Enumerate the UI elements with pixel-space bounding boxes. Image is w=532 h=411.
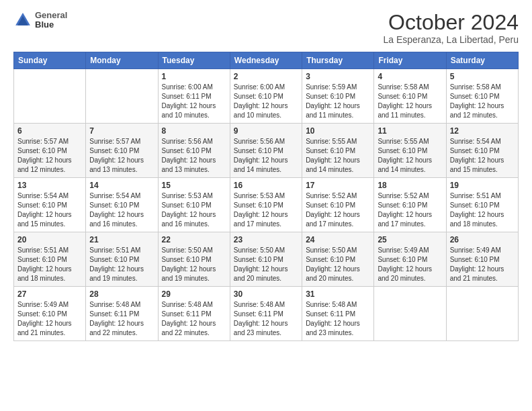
- header: General Blue October 2024 La Esperanza, …: [13, 11, 519, 45]
- calendar-cell: 25Sunrise: 5:49 AMSunset: 6:10 PMDayligh…: [374, 232, 446, 287]
- day-info: Sunrise: 5:48 AMSunset: 6:11 PMDaylight:…: [306, 300, 370, 338]
- day-header-wednesday: Wednesday: [230, 52, 302, 69]
- logo-text: General Blue: [35, 11, 67, 30]
- day-info: Sunrise: 5:54 AMSunset: 6:10 PMDaylight:…: [17, 191, 82, 229]
- day-info: Sunrise: 5:55 AMSunset: 6:10 PMDaylight:…: [378, 137, 442, 175]
- calendar-cell: 5Sunrise: 5:58 AMSunset: 6:10 PMDaylight…: [446, 69, 518, 124]
- day-header-thursday: Thursday: [302, 52, 374, 69]
- day-info: Sunrise: 5:50 AMSunset: 6:10 PMDaylight:…: [306, 246, 370, 283]
- calendar-cell: [446, 287, 518, 341]
- day-info: Sunrise: 6:00 AMSunset: 6:10 PMDaylight:…: [234, 83, 298, 120]
- day-info: Sunrise: 5:55 AMSunset: 6:10 PMDaylight:…: [306, 137, 370, 175]
- day-info: Sunrise: 5:49 AMSunset: 6:10 PMDaylight:…: [450, 246, 515, 283]
- day-info: Sunrise: 5:53 AMSunset: 6:10 PMDaylight:…: [234, 191, 298, 229]
- day-info: Sunrise: 5:52 AMSunset: 6:10 PMDaylight:…: [378, 191, 442, 229]
- day-number: 27: [17, 289, 82, 299]
- logo-line2: Blue: [35, 20, 67, 30]
- calendar-week-2: 6Sunrise: 5:57 AMSunset: 6:10 PMDaylight…: [14, 124, 519, 178]
- day-info: Sunrise: 5:48 AMSunset: 6:11 PMDaylight:…: [234, 300, 298, 338]
- day-number: 15: [162, 181, 226, 190]
- day-info: Sunrise: 5:48 AMSunset: 6:11 PMDaylight:…: [162, 300, 226, 338]
- calendar-cell: 2Sunrise: 6:00 AMSunset: 6:10 PMDaylight…: [230, 69, 302, 124]
- calendar-cell: [86, 69, 158, 124]
- day-info: Sunrise: 5:57 AMSunset: 6:10 PMDaylight:…: [17, 137, 82, 175]
- logo-line1: General: [35, 11, 67, 20]
- calendar-cell: 17Sunrise: 5:52 AMSunset: 6:10 PMDayligh…: [302, 178, 374, 232]
- calendar-cell: 15Sunrise: 5:53 AMSunset: 6:10 PMDayligh…: [158, 178, 230, 232]
- calendar-cell: 27Sunrise: 5:49 AMSunset: 6:10 PMDayligh…: [14, 287, 86, 341]
- calendar-cell: 21Sunrise: 5:51 AMSunset: 6:10 PMDayligh…: [86, 232, 158, 287]
- day-info: Sunrise: 5:50 AMSunset: 6:10 PMDaylight:…: [234, 246, 298, 283]
- page: General Blue October 2024 La Esperanza, …: [0, 0, 532, 411]
- logo-icon: [13, 11, 32, 30]
- logo: General Blue: [13, 11, 67, 30]
- page-title: October 2024: [383, 11, 519, 34]
- day-number: 31: [306, 289, 370, 299]
- day-number: 1: [162, 72, 226, 81]
- calendar-cell: 29Sunrise: 5:48 AMSunset: 6:11 PMDayligh…: [158, 287, 230, 341]
- day-header-sunday: Sunday: [14, 52, 86, 69]
- calendar-cell: 16Sunrise: 5:53 AMSunset: 6:10 PMDayligh…: [230, 178, 302, 232]
- calendar-cell: 12Sunrise: 5:54 AMSunset: 6:10 PMDayligh…: [446, 124, 518, 178]
- day-number: 22: [162, 235, 226, 244]
- day-number: 26: [450, 235, 515, 244]
- day-number: 20: [17, 235, 82, 244]
- day-number: 5: [450, 72, 515, 81]
- header-row: SundayMondayTuesdayWednesdayThursdayFrid…: [14, 52, 519, 69]
- calendar-cell: 28Sunrise: 5:48 AMSunset: 6:11 PMDayligh…: [86, 287, 158, 341]
- day-number: 16: [234, 181, 298, 190]
- day-number: 12: [450, 126, 515, 136]
- day-number: 10: [306, 126, 370, 136]
- title-block: October 2024 La Esperanza, La Libertad, …: [383, 11, 519, 45]
- day-header-friday: Friday: [374, 52, 446, 69]
- day-info: Sunrise: 5:49 AMSunset: 6:10 PMDaylight:…: [378, 246, 442, 283]
- calendar-cell: 23Sunrise: 5:50 AMSunset: 6:10 PMDayligh…: [230, 232, 302, 287]
- calendar-cell: 14Sunrise: 5:54 AMSunset: 6:10 PMDayligh…: [86, 178, 158, 232]
- calendar-cell: 8Sunrise: 5:56 AMSunset: 6:10 PMDaylight…: [158, 124, 230, 178]
- calendar-week-3: 13Sunrise: 5:54 AMSunset: 6:10 PMDayligh…: [14, 178, 519, 232]
- calendar-cell: 19Sunrise: 5:51 AMSunset: 6:10 PMDayligh…: [446, 178, 518, 232]
- calendar-cell: 22Sunrise: 5:50 AMSunset: 6:10 PMDayligh…: [158, 232, 230, 287]
- calendar-cell: 9Sunrise: 5:56 AMSunset: 6:10 PMDaylight…: [230, 124, 302, 178]
- day-header-saturday: Saturday: [446, 52, 518, 69]
- day-info: Sunrise: 5:50 AMSunset: 6:10 PMDaylight:…: [162, 246, 226, 283]
- day-number: 21: [89, 235, 154, 244]
- calendar-cell: 13Sunrise: 5:54 AMSunset: 6:10 PMDayligh…: [14, 178, 86, 232]
- day-info: Sunrise: 5:57 AMSunset: 6:10 PMDaylight:…: [89, 137, 154, 175]
- day-number: 11: [378, 126, 442, 136]
- day-number: 17: [306, 181, 370, 190]
- calendar-cell: 31Sunrise: 5:48 AMSunset: 6:11 PMDayligh…: [302, 287, 374, 341]
- day-header-tuesday: Tuesday: [158, 52, 230, 69]
- day-info: Sunrise: 5:58 AMSunset: 6:10 PMDaylight:…: [378, 83, 442, 120]
- day-number: 24: [306, 235, 370, 244]
- day-info: Sunrise: 5:52 AMSunset: 6:10 PMDaylight:…: [306, 191, 370, 229]
- day-info: Sunrise: 5:54 AMSunset: 6:10 PMDaylight:…: [450, 137, 515, 175]
- day-info: Sunrise: 5:51 AMSunset: 6:10 PMDaylight:…: [450, 191, 515, 229]
- day-number: 25: [378, 235, 442, 244]
- calendar-cell: 30Sunrise: 5:48 AMSunset: 6:11 PMDayligh…: [230, 287, 302, 341]
- calendar-cell: 24Sunrise: 5:50 AMSunset: 6:10 PMDayligh…: [302, 232, 374, 287]
- day-number: 4: [378, 72, 442, 81]
- calendar-cell: 1Sunrise: 6:00 AMSunset: 6:11 PMDaylight…: [158, 69, 230, 124]
- day-info: Sunrise: 5:54 AMSunset: 6:10 PMDaylight:…: [89, 191, 154, 229]
- calendar-cell: 10Sunrise: 5:55 AMSunset: 6:10 PMDayligh…: [302, 124, 374, 178]
- calendar-cell: 7Sunrise: 5:57 AMSunset: 6:10 PMDaylight…: [86, 124, 158, 178]
- day-info: Sunrise: 5:59 AMSunset: 6:10 PMDaylight:…: [306, 83, 370, 120]
- day-info: Sunrise: 5:53 AMSunset: 6:10 PMDaylight:…: [162, 191, 226, 229]
- day-number: 18: [378, 181, 442, 190]
- day-number: 28: [89, 289, 154, 299]
- calendar-cell: 3Sunrise: 5:59 AMSunset: 6:10 PMDaylight…: [302, 69, 374, 124]
- calendar-cell: 18Sunrise: 5:52 AMSunset: 6:10 PMDayligh…: [374, 178, 446, 232]
- day-info: Sunrise: 5:56 AMSunset: 6:10 PMDaylight:…: [162, 137, 226, 175]
- day-info: Sunrise: 5:51 AMSunset: 6:10 PMDaylight:…: [89, 246, 154, 283]
- calendar-body: 1Sunrise: 6:00 AMSunset: 6:11 PMDaylight…: [14, 69, 519, 341]
- calendar-cell: [374, 287, 446, 341]
- calendar-cell: 20Sunrise: 5:51 AMSunset: 6:10 PMDayligh…: [14, 232, 86, 287]
- day-info: Sunrise: 5:48 AMSunset: 6:11 PMDaylight:…: [89, 300, 154, 338]
- day-number: 30: [234, 289, 298, 299]
- calendar-cell: 6Sunrise: 5:57 AMSunset: 6:10 PMDaylight…: [14, 124, 86, 178]
- calendar-cell: 4Sunrise: 5:58 AMSunset: 6:10 PMDaylight…: [374, 69, 446, 124]
- day-number: 19: [450, 181, 515, 190]
- day-info: Sunrise: 5:56 AMSunset: 6:10 PMDaylight:…: [234, 137, 298, 175]
- day-number: 7: [89, 126, 154, 136]
